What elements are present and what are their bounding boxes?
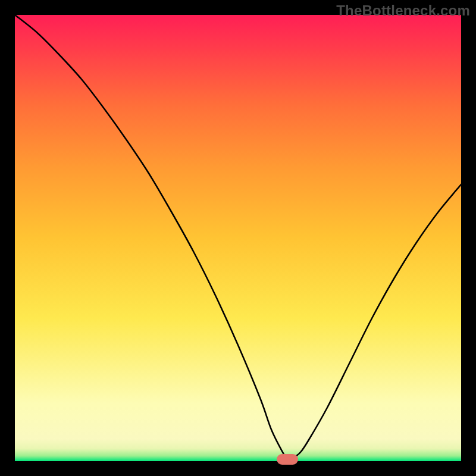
watermark-text: TheBottleneck.com xyxy=(336,2,470,19)
chart-svg xyxy=(15,15,461,461)
gradient-background xyxy=(15,15,461,461)
plot-area xyxy=(15,15,461,461)
chart-container: TheBottleneck.com xyxy=(0,0,476,476)
optimal-point-marker xyxy=(277,454,298,465)
